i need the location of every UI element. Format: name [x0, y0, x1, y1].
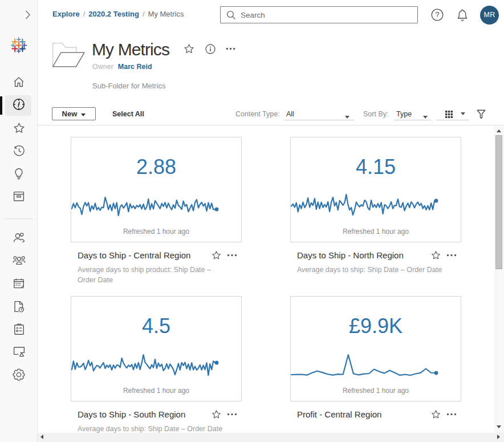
svg-text:?: ? — [436, 11, 440, 19]
